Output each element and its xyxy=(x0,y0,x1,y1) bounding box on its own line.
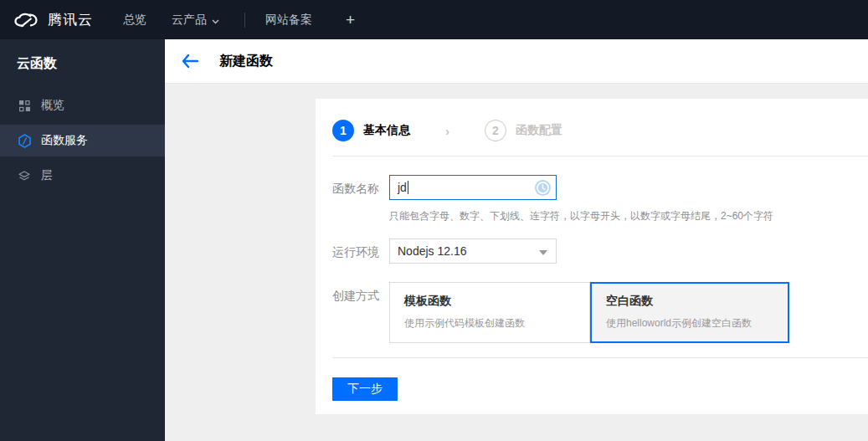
creation-method-options: 模板函数 使用示例代码模板创建函数 空白函数 使用helloworld示例创建空… xyxy=(389,282,789,343)
sidebar-item-layers[interactable]: 层 xyxy=(0,160,165,192)
step-chevron-icon: › xyxy=(445,124,449,138)
cloud-logo-icon xyxy=(12,10,40,30)
back-arrow-icon xyxy=(182,54,198,68)
step-indicator: 1 基本信息 › 2 函数配置 xyxy=(316,120,868,141)
scf-hexagon-icon xyxy=(17,133,32,148)
sidebar-product-title: 云函数 xyxy=(0,39,165,86)
method-card-blank-function[interactable]: 空白函数 使用helloworld示例创建空白函数 xyxy=(590,282,789,343)
sidebar-item-label: 概览 xyxy=(41,98,64,113)
top-navigation-bar: 腾讯云 总览 云产品 网站备案 + xyxy=(0,0,868,39)
nav-item-overview[interactable]: 总览 xyxy=(123,13,146,28)
basic-info-form: 函数名称 jd 只能包含字母、数字、下划线、连字符，以 xyxy=(316,175,868,343)
top-nav-menu: 总览 云产品 网站备案 + xyxy=(123,11,355,29)
function-name-help: 只能包含字母、数字、下划线、连字符，以字母开头，以数字或字母结尾，2~60个字符 xyxy=(389,209,773,223)
sidebar-item-label: 函数服务 xyxy=(41,133,88,148)
grid-icon xyxy=(17,98,32,113)
sidebar-item-function-service[interactable]: 函数服务 xyxy=(0,125,165,156)
layers-icon xyxy=(17,168,32,183)
chevron-down-icon xyxy=(212,13,219,27)
page-title: 新建函数 xyxy=(219,53,273,70)
runtime-label: 运行环境 xyxy=(332,238,389,264)
function-name-value: jd xyxy=(398,181,407,194)
runtime-selected-value: Nodejs 12.16 xyxy=(398,244,467,258)
step-2-label: 函数配置 xyxy=(516,123,562,138)
nav-item-cloud-products[interactable]: 云产品 xyxy=(172,13,219,28)
step-2-circle: 2 xyxy=(485,120,506,141)
sidebar-item-label: 层 xyxy=(41,168,53,183)
validating-clock-icon xyxy=(534,179,552,200)
brand-text: 腾讯云 xyxy=(48,10,93,29)
next-step-button[interactable]: 下一步 xyxy=(332,377,398,401)
method-card-template-function[interactable]: 模板函数 使用示例代码模板创建函数 xyxy=(389,282,590,343)
function-name-input[interactable]: jd xyxy=(389,175,557,200)
add-tab-button[interactable]: + xyxy=(346,11,355,29)
page-header: 新建函数 xyxy=(165,39,868,84)
main-area: 新建函数 1 基本信息 › 2 函数配置 函数名称 jd xyxy=(165,39,868,441)
tencent-cloud-logo[interactable]: 腾讯云 xyxy=(12,10,93,30)
sidebar: 云函数 概览 函数服务 层 xyxy=(0,39,165,441)
function-name-label: 函数名称 xyxy=(332,175,389,223)
sidebar-item-overview[interactable]: 概览 xyxy=(0,90,165,121)
creation-method-label: 创建方式 xyxy=(332,282,389,343)
step-1-circle: 1 xyxy=(332,120,354,141)
create-function-card: 1 基本信息 › 2 函数配置 函数名称 jd xyxy=(316,99,868,414)
back-button[interactable] xyxy=(182,54,198,68)
text-cursor xyxy=(408,181,408,194)
footer-divider xyxy=(332,357,868,358)
method-card-desc: 使用helloworld示例创建空白函数 xyxy=(606,316,788,331)
method-card-desc: 使用示例代码模板创建函数 xyxy=(404,316,589,331)
step-1-label: 基本信息 xyxy=(363,123,410,138)
nav-divider xyxy=(244,13,245,28)
method-card-title: 空白函数 xyxy=(606,294,788,309)
steps-divider xyxy=(332,156,868,156)
runtime-select[interactable]: Nodejs 12.16 xyxy=(389,238,557,264)
select-caret-icon xyxy=(539,250,547,255)
nav-item-icp-filing[interactable]: 网站备案 xyxy=(265,13,312,28)
method-card-title: 模板函数 xyxy=(404,294,589,309)
